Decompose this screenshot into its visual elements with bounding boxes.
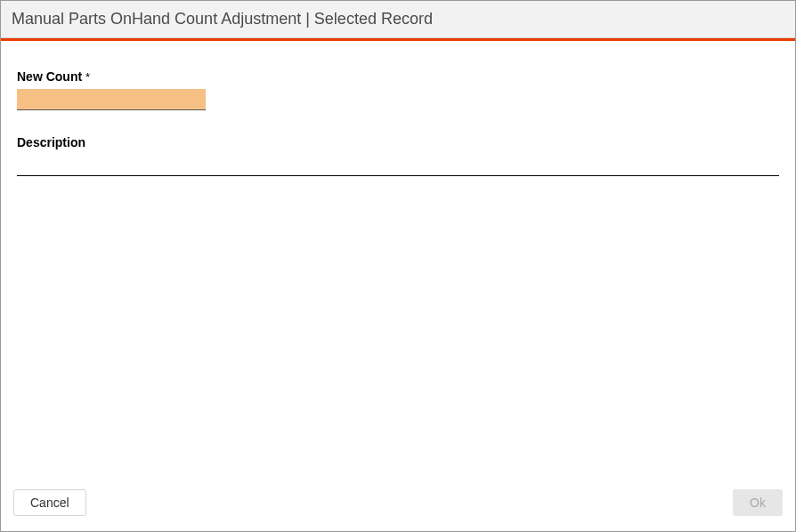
- dialog-title-bar: Manual Parts OnHand Count Adjustment | S…: [1, 1, 795, 38]
- new-count-label: New Count *: [17, 69, 779, 84]
- ok-button[interactable]: Ok: [733, 489, 783, 516]
- description-label: Description: [17, 135, 779, 149]
- dialog-title: Manual Parts OnHand Count Adjustment | S…: [12, 10, 433, 28]
- dialog-body: New Count * Description: [1, 41, 795, 531]
- cancel-button[interactable]: Cancel: [13, 489, 86, 516]
- dialog-footer: Cancel Ok: [1, 485, 795, 531]
- new-count-row: New Count *: [17, 69, 779, 110]
- description-input[interactable]: [17, 155, 779, 176]
- dialog-window: Manual Parts OnHand Count Adjustment | S…: [0, 0, 796, 532]
- description-row: Description: [17, 135, 779, 176]
- required-asterisk: *: [85, 70, 90, 84]
- new-count-input[interactable]: [17, 89, 206, 110]
- new-count-label-text: New Count: [17, 69, 82, 84]
